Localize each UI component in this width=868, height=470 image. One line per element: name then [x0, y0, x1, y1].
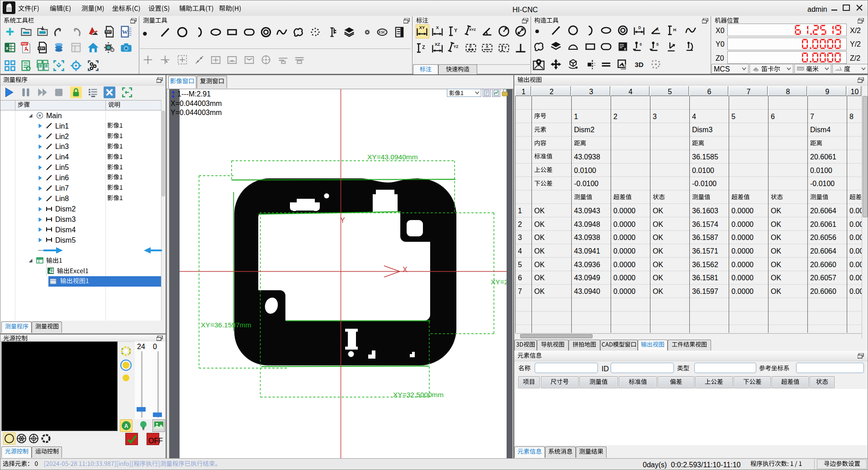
- svg-text:x: x: [624, 47, 626, 51]
- svg-text:d: d: [469, 44, 471, 48]
- svg-text:YZ: YZ: [454, 45, 458, 49]
- svg-text:Z: Z: [422, 44, 425, 50]
- svg-text:D: D: [638, 26, 641, 30]
- svg-text:0: 0: [640, 43, 642, 47]
- svg-text:TXT: TXT: [105, 30, 111, 34]
- svg-text:XYZ: XYZ: [469, 28, 476, 32]
- svg-text:XY: XY: [419, 25, 425, 30]
- svg-text:Y: Y: [340, 216, 345, 224]
- svg-text:XY=36.1597mm: XY=36.1597mm: [201, 321, 251, 329]
- svg-text:Y: Y: [454, 28, 457, 33]
- svg-text:A: A: [124, 423, 128, 429]
- svg-text:PDF: PDF: [22, 43, 27, 45]
- svg-text:ESC: ESC: [379, 30, 386, 34]
- svg-text:X: X: [436, 25, 439, 30]
- svg-text:Y: Y: [504, 45, 507, 50]
- svg-text:XY=43.0940mm: XY=43.0940mm: [367, 153, 418, 161]
- svg-text:3D: 3D: [635, 61, 643, 68]
- svg-text:XY=32.5000mm: XY=32.5000mm: [393, 391, 444, 398]
- svg-text:CSV: CSV: [38, 47, 45, 50]
- svg-text:S: S: [656, 43, 659, 47]
- svg-text:x: x: [6, 45, 9, 51]
- svg-text:A: A: [656, 28, 659, 32]
- svg-text:X: X: [486, 44, 489, 49]
- svg-text:XZ: XZ: [435, 42, 440, 47]
- svg-text:X: X: [403, 266, 408, 273]
- svg-text:W: W: [122, 29, 128, 35]
- svg-text:x: x: [49, 270, 51, 273]
- svg-text:XY=20: XY=20: [491, 278, 507, 286]
- svg-text:H: H: [673, 28, 676, 32]
